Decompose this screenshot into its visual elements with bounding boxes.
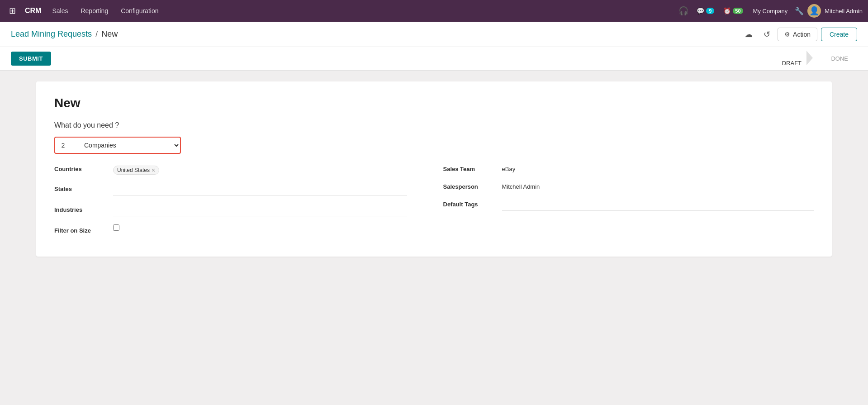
industries-input[interactable] — [113, 204, 407, 216]
left-column: Countries United States × States Indust — [54, 163, 434, 242]
industries-label: Industries — [54, 204, 113, 213]
breadcrumb-link[interactable]: Lead Mining Requests — [11, 29, 92, 39]
states-label: States — [54, 183, 113, 192]
chat-badge: 9 — [706, 8, 714, 14]
create-button[interactable]: Create — [821, 28, 857, 41]
cloud-save-button[interactable]: ☁ — [741, 27, 756, 42]
tag-remove-button[interactable]: × — [152, 167, 155, 173]
nav-sales[interactable]: Sales — [47, 5, 73, 17]
breadcrumb-separator: / — [95, 29, 98, 39]
breadcrumb-current: New — [101, 29, 118, 39]
industries-field-row: Industries — [54, 204, 407, 216]
username-label[interactable]: Mitchell Admin — [825, 8, 863, 14]
form-card: New What do you need ? Companies Contact… — [36, 81, 832, 257]
fields-grid: Countries United States × States Indust — [54, 163, 814, 242]
apps-menu-icon[interactable]: ⊞ — [5, 4, 19, 18]
top-navigation: ⊞ CRM Sales Reporting Configuration 🎧 💬 … — [0, 0, 868, 22]
company-label[interactable]: My Company — [749, 8, 792, 14]
default-tags-field-row: Default Tags — [443, 198, 814, 211]
filter-size-checkbox[interactable] — [113, 224, 119, 231]
default-tags-input[interactable] — [502, 198, 814, 211]
countries-label: Countries — [54, 163, 113, 172]
settings-icon[interactable]: 🔧 — [795, 7, 804, 15]
status-bar: DRAFT DONE — [773, 48, 857, 69]
sales-team-value[interactable]: eBay — [502, 163, 814, 172]
filter-size-checkbox-wrapper — [113, 224, 119, 231]
breadcrumb-bar: Lead Mining Requests / New ☁ ↺ ⚙ Action … — [0, 22, 868, 47]
count-type-selector[interactable]: Companies Contacts — [54, 137, 181, 154]
breadcrumb: Lead Mining Requests / New — [11, 29, 118, 39]
tag-text: United States — [117, 167, 150, 173]
sales-team-label: Sales Team — [443, 163, 502, 172]
activity-button[interactable]: ⏰ 50 — [721, 5, 745, 16]
activity-badge: 50 — [733, 8, 743, 14]
chat-icon: 💬 — [697, 7, 704, 14]
countries-value: United States × — [113, 163, 407, 175]
main-content: New What do you need ? Companies Contact… — [0, 71, 868, 267]
states-field-row: States — [54, 183, 407, 195]
countries-field-row: Countries United States × — [54, 163, 407, 175]
filter-size-label: Filter on Size — [54, 224, 113, 234]
form-title: New — [54, 96, 814, 110]
right-column: Sales Team eBay Salesperson Mitchell Adm… — [434, 163, 814, 242]
support-icon[interactable]: 🎧 — [677, 4, 690, 18]
filter-size-field-row: Filter on Size — [54, 224, 407, 234]
states-input[interactable] — [113, 183, 407, 195]
count-input[interactable] — [55, 138, 78, 152]
salesperson-label: Salesperson — [443, 181, 502, 190]
brand-label[interactable]: CRM — [21, 7, 45, 15]
type-select[interactable]: Companies Contacts — [78, 138, 180, 153]
nav-configuration[interactable]: Configuration — [115, 5, 164, 17]
countries-tag: United States × — [113, 166, 159, 175]
submit-button[interactable]: SUBMIT — [11, 52, 51, 66]
what-do-you-need-label: What do you need ? — [54, 121, 814, 129]
gear-icon: ⚙ — [784, 31, 790, 38]
status-done: DONE — [822, 52, 857, 65]
breadcrumb-actions: ☁ ↺ ⚙ Action Create — [741, 27, 857, 42]
salesperson-field-row: Salesperson Mitchell Admin — [443, 181, 814, 190]
status-draft: DRAFT — [773, 48, 822, 69]
refresh-button[interactable]: ↺ — [760, 27, 774, 42]
nav-reporting[interactable]: Reporting — [75, 5, 114, 17]
action-button[interactable]: ⚙ Action — [778, 28, 817, 41]
user-avatar[interactable]: 👤 — [807, 4, 821, 18]
form-toolbar: SUBMIT DRAFT DONE — [0, 47, 868, 71]
default-tags-label: Default Tags — [443, 198, 502, 208]
activity-icon: ⏰ — [723, 7, 731, 14]
sales-team-field-row: Sales Team eBay — [443, 163, 814, 172]
salesperson-value[interactable]: Mitchell Admin — [502, 181, 814, 190]
chat-button[interactable]: 💬 9 — [694, 5, 717, 16]
action-label: Action — [793, 31, 811, 38]
